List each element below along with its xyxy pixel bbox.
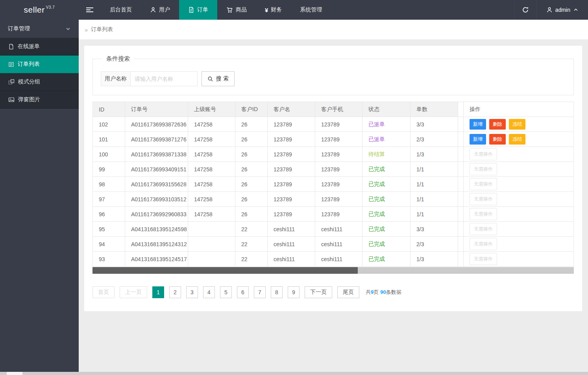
delete-button[interactable]: 删除 <box>489 119 506 130</box>
table-cell: 147258 <box>188 132 235 147</box>
column-header: 订单号 <box>125 102 188 117</box>
column-header: 客户名 <box>268 102 315 117</box>
app-logo: sellerV3.7 <box>0 0 79 20</box>
sidebar-collapse-icon[interactable] <box>79 0 101 20</box>
table-cell: A04131681395124312 <box>125 237 188 252</box>
nav-item-orders[interactable]: 订单 <box>179 0 217 20</box>
table-cell: 123789 <box>315 132 362 147</box>
breadcrumb-label: 订单列表 <box>91 26 113 33</box>
table-header-row: ID订单号上级账号客户ID客户名客户手机状态单数操作 <box>93 102 574 117</box>
table-cell: 123789 <box>268 177 315 192</box>
sidebar-item-popup-image[interactable]: 弹窗图片 <box>0 91 79 109</box>
nav-item-users[interactable]: 用户 <box>141 0 179 20</box>
orders-table: ID订单号上级账号客户ID客户名客户手机状态单数操作 102A011617369… <box>92 102 574 267</box>
table-cell: A01161736992960833 <box>125 207 188 222</box>
table-cell: 26 <box>235 207 268 222</box>
table-cell: 123789 <box>315 147 362 162</box>
main-area: » 订单列表 条件搜索 用户名称 搜 索 <box>79 20 588 375</box>
table-scrollbar-thumb[interactable] <box>92 267 358 274</box>
freeze-button[interactable]: 冻结 <box>509 134 525 145</box>
count-cell: 1/1 <box>410 177 458 192</box>
page-horizontal-scrollbar[interactable] <box>0 372 588 375</box>
file-icon <box>8 44 14 50</box>
table-cell: 26 <box>235 192 268 207</box>
table-cell: 99 <box>93 162 125 177</box>
page-button-4[interactable]: 4 <box>203 286 215 298</box>
count-cell: 1/1 <box>410 207 458 222</box>
sidebar-item-online-dispatch[interactable]: 在线派单 <box>0 38 79 56</box>
sidebar-item-label: 模式分组 <box>18 78 40 85</box>
column-header: 单数 <box>410 102 458 117</box>
no-action-button: 无需操作 <box>470 253 497 265</box>
spacer-cell <box>458 147 464 162</box>
pagination: 首页上一页123456789下一页尾页共9页90条数据 <box>92 286 574 298</box>
add-button[interactable]: 新增 <box>470 134 486 145</box>
spacer-cell <box>458 237 464 252</box>
table-cell: A01161736993103512 <box>125 192 188 207</box>
page-button-6[interactable]: 6 <box>237 286 249 298</box>
nav-item-goods[interactable]: 商品 <box>217 0 256 20</box>
spacer-cell <box>458 117 464 132</box>
table-cell: 123789 <box>315 117 362 132</box>
page-button-1[interactable]: 1 <box>152 286 164 298</box>
page-button-2[interactable]: 2 <box>169 286 181 298</box>
status-cell: 待结算 <box>362 147 410 162</box>
delete-button[interactable]: 删除 <box>489 134 506 145</box>
table-cell: 147258 <box>188 147 235 162</box>
nav-item-home[interactable]: 后台首页 <box>101 0 141 20</box>
summary-number: 90 <box>380 289 386 295</box>
count-cell: 3/3 <box>410 117 458 132</box>
table-cell: 95 <box>93 222 125 237</box>
first-page-button[interactable]: 首页 <box>92 286 115 298</box>
sidebar-item-label: 订单列表 <box>18 61 40 68</box>
freeze-button[interactable]: 冻结 <box>509 119 525 130</box>
page-button-7[interactable]: 7 <box>254 286 266 298</box>
table-horizontal-scrollbar[interactable] <box>92 267 574 274</box>
summary-text: 页 <box>374 289 379 295</box>
status-cell: 已完成 <box>362 237 410 252</box>
page-button-8[interactable]: 8 <box>271 286 283 298</box>
nav-item-system[interactable]: 系统管理 <box>291 0 331 20</box>
count-cell: 1/1 <box>410 162 458 177</box>
admin-username: admin <box>555 7 570 13</box>
page-scrollbar-thumb[interactable] <box>7 372 22 375</box>
group-icon <box>8 79 15 85</box>
sidebar-item-label: 在线派单 <box>18 43 40 50</box>
nav-item-label: 订单 <box>197 6 208 13</box>
search-button[interactable]: 搜 索 <box>202 71 235 86</box>
sidebar-item-order-list[interactable]: 订单列表 <box>0 56 79 73</box>
status-cell: 已派单 <box>362 132 410 147</box>
status-cell: 已完成 <box>362 162 410 177</box>
username-input[interactable] <box>130 71 198 86</box>
breadcrumb-caret-icon: » <box>85 26 88 33</box>
user-icon <box>546 7 553 13</box>
page-button-3[interactable]: 3 <box>186 286 198 298</box>
count-cell: 1/3 <box>410 252 458 267</box>
table-cell: 100 <box>93 147 125 162</box>
summary-text: 条数据 <box>386 289 401 295</box>
search-button-label: 搜 索 <box>216 75 229 82</box>
actions-cell: 无需操作 <box>464 162 574 177</box>
sidebar: 订单管理 在线派单订单列表模式分组弹窗图片 <box>0 20 79 372</box>
page-button-9[interactable]: 9 <box>288 286 300 298</box>
nav-item-finance[interactable]: ¥财务 <box>256 0 291 20</box>
admin-menu[interactable]: admin <box>536 0 588 20</box>
refresh-button[interactable] <box>514 0 536 20</box>
actions-cell: 无需操作 <box>464 222 574 237</box>
table-cell: 123789 <box>315 207 362 222</box>
column-header: ID <box>93 102 125 117</box>
spacer-cell <box>458 192 464 207</box>
sidebar-group-orders[interactable]: 订单管理 <box>0 20 79 38</box>
page-button-5[interactable]: 5 <box>220 286 232 298</box>
table-cell: ceshi111 <box>268 252 315 267</box>
table-cell: 147258 <box>188 207 235 222</box>
last-page-button[interactable]: 尾页 <box>337 286 359 298</box>
no-action-button: 无需操作 <box>470 193 497 205</box>
prev-page-button[interactable]: 上一页 <box>120 286 147 298</box>
add-button[interactable]: 新增 <box>470 119 486 130</box>
sidebar-item-mode-group[interactable]: 模式分组 <box>0 73 79 91</box>
spacer-cell <box>458 132 464 147</box>
next-page-button[interactable]: 下一页 <box>305 286 332 298</box>
chevron-up-icon <box>573 7 579 13</box>
count-cell: 1/3 <box>410 147 458 162</box>
